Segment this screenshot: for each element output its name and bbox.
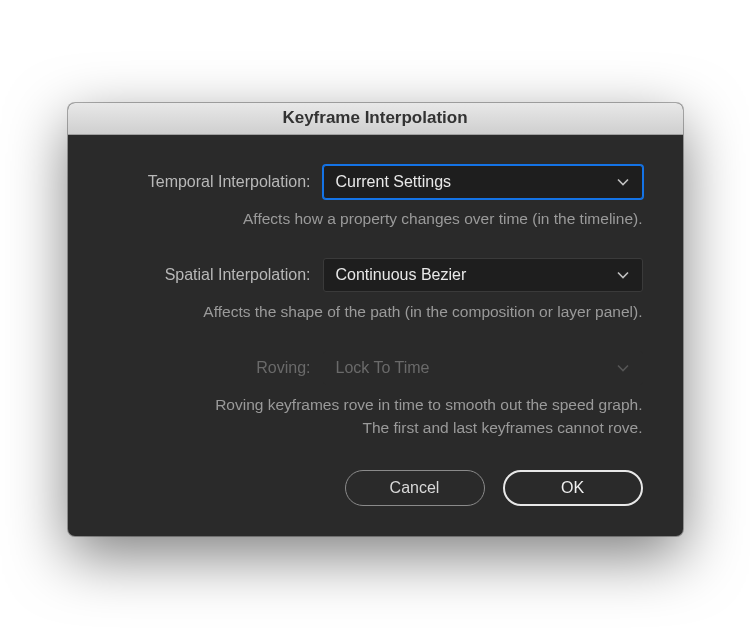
cancel-button-label: Cancel (390, 479, 440, 497)
ok-button[interactable]: OK (503, 470, 643, 506)
spatial-interpolation-label: Spatial Interpolation: (108, 266, 323, 284)
roving-row: Roving: Lock To Time (108, 351, 643, 385)
keyframe-interpolation-dialog: Keyframe Interpolation Temporal Interpol… (68, 103, 683, 536)
temporal-interpolation-row: Temporal Interpolation: Current Settings (108, 165, 643, 199)
cancel-button[interactable]: Cancel (345, 470, 485, 506)
temporal-interpolation-label: Temporal Interpolation: (108, 173, 323, 191)
dialog-content: Temporal Interpolation: Current Settings… (68, 135, 683, 536)
spatial-interpolation-help: Affects the shape of the path (in the co… (108, 300, 643, 323)
dialog-buttons: Cancel OK (108, 460, 643, 506)
chevron-down-icon (616, 175, 630, 189)
titlebar: Keyframe Interpolation (68, 103, 683, 135)
roving-help-line2: The first and last keyframes cannot rove… (363, 419, 643, 436)
temporal-interpolation-value: Current Settings (336, 173, 616, 191)
dialog-title: Keyframe Interpolation (282, 108, 467, 128)
roving-select: Lock To Time (323, 351, 643, 385)
spatial-interpolation-select[interactable]: Continuous Bezier (323, 258, 643, 292)
temporal-interpolation-select[interactable]: Current Settings (323, 165, 643, 199)
spatial-interpolation-value: Continuous Bezier (336, 266, 616, 284)
chevron-down-icon (616, 361, 630, 375)
roving-help: Roving keyframes rove in time to smooth … (108, 393, 643, 440)
ok-button-label: OK (561, 479, 584, 497)
roving-value: Lock To Time (336, 359, 616, 377)
spatial-interpolation-row: Spatial Interpolation: Continuous Bezier (108, 258, 643, 292)
roving-help-line1: Roving keyframes rove in time to smooth … (215, 396, 642, 413)
roving-label: Roving: (108, 359, 323, 377)
chevron-down-icon (616, 268, 630, 282)
temporal-interpolation-help: Affects how a property changes over time… (108, 207, 643, 230)
